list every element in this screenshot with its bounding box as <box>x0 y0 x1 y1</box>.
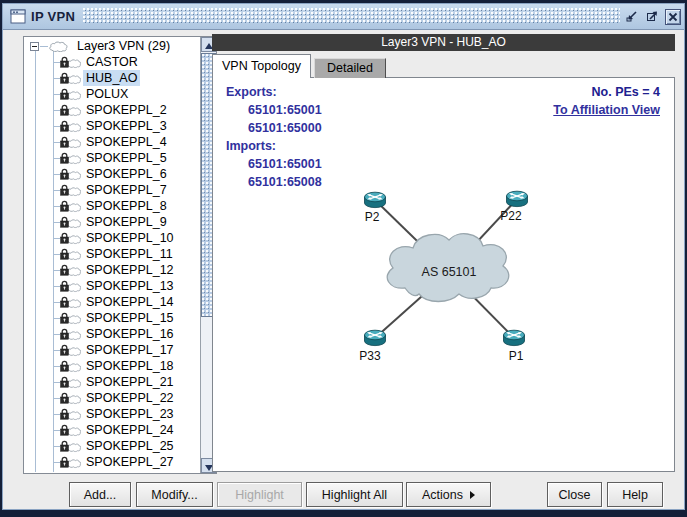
tree-item-label[interactable]: SPOKEPPL_11 <box>83 246 176 262</box>
tree-item-label[interactable]: SPOKEPPL_5 <box>83 150 170 166</box>
tree-item[interactable]: POLUX <box>24 86 199 102</box>
tree-item-label[interactable]: SPOKEPPL_14 <box>83 294 177 310</box>
router-label: P22 <box>500 209 522 223</box>
tree-item-label[interactable]: SPOKEPPL_12 <box>83 262 177 278</box>
tree-item[interactable]: HUB_AO <box>24 70 199 86</box>
tree-root-row[interactable]: Layer3 VPN (29) <box>24 38 199 54</box>
ip-vpn-window: IP VPN <box>0 0 687 517</box>
vpn-tree-panel: Layer3 VPN (29) CASTOR HUB <box>23 36 217 474</box>
tree-item[interactable]: SPOKEPPL_14 <box>24 294 199 310</box>
add-button[interactable]: Add... <box>69 482 131 507</box>
tree-item-label[interactable]: SPOKEPPL_16 <box>83 326 177 342</box>
tree-item[interactable]: CASTOR <box>24 54 199 70</box>
restore-down-icon[interactable] <box>624 9 640 25</box>
tree-item-label[interactable]: SPOKEPPL_15 <box>83 310 177 326</box>
panel-title: Layer3 VPN - HUB_AO <box>212 34 675 51</box>
tree-item-label[interactable]: SPOKEPPL_6 <box>83 166 170 182</box>
tree-item[interactable]: SPOKEPPL_24 <box>24 422 199 438</box>
highlight-all-button[interactable]: Highlight All <box>306 482 403 507</box>
tree-item[interactable]: SPOKEPPL_2 <box>24 102 199 118</box>
tree-item-label[interactable]: SPOKEPPL_25 <box>83 438 177 454</box>
router-icon-p33[interactable] <box>365 330 386 345</box>
tree-item[interactable]: SPOKEPPL_12 <box>24 262 199 278</box>
tree-item[interactable]: SPOKEPPL_9 <box>24 214 199 230</box>
tree-item[interactable]: SPOKEPPL_5 <box>24 150 199 166</box>
tree-item[interactable]: SPOKEPPL_13 <box>24 278 199 294</box>
tree-item[interactable]: SPOKEPPL_25 <box>24 438 199 454</box>
tree-item[interactable]: SPOKEPPL_10 <box>24 230 199 246</box>
tree-item-label[interactable]: SPOKEPPL_7 <box>83 182 170 198</box>
close-icon[interactable] <box>665 9 681 25</box>
router-label: P1 <box>509 349 524 363</box>
tree-item[interactable]: SPOKEPPL_4 <box>24 134 199 150</box>
router-icon-p22[interactable] <box>507 191 528 206</box>
modify-button[interactable]: Modify... <box>136 482 213 507</box>
tab-vpn-topology[interactable]: VPN Topology <box>212 54 311 78</box>
menu-arrow-icon <box>470 491 475 499</box>
tree-item[interactable]: SPOKEPPL_18 <box>24 358 199 374</box>
maximize-icon[interactable] <box>644 9 660 25</box>
tree-item-label[interactable]: SPOKEPPL_10 <box>83 230 177 246</box>
tree-item-label[interactable]: SPOKEPPL_4 <box>83 134 170 150</box>
window-frame: IP VPN <box>2 3 685 510</box>
actions-button[interactable]: Actions <box>406 482 491 507</box>
title-bar[interactable]: IP VPN <box>3 4 684 30</box>
help-button[interactable]: Help <box>607 482 663 507</box>
tree-item-label[interactable]: SPOKEPPL_2 <box>83 102 170 118</box>
tree-item[interactable]: SPOKEPPL_8 <box>24 198 199 214</box>
tree-item[interactable]: SPOKEPPL_23 <box>24 406 199 422</box>
tree-item-label[interactable]: HUB_AO <box>83 70 140 86</box>
router-icon-p2[interactable] <box>365 192 386 207</box>
tree-item[interactable]: SPOKEPPL_22 <box>24 390 199 406</box>
tree-item-label[interactable]: SPOKEPPL_27 <box>83 454 177 470</box>
close-button[interactable]: Close <box>547 482 602 507</box>
tree-item-label[interactable]: SPOKEPPL_28 <box>83 470 177 472</box>
tree-item[interactable]: SPOKEPPL_15 <box>24 310 199 326</box>
tree-item-label[interactable]: POLUX <box>83 86 131 102</box>
vpn-tree: Layer3 VPN (29) CASTOR HUB <box>24 38 199 472</box>
tree-item[interactable]: SPOKEPPL_3 <box>24 118 199 134</box>
window-icon <box>10 9 26 28</box>
highlight-button[interactable]: Highlight <box>217 482 302 507</box>
tree-item-label[interactable]: SPOKEPPL_9 <box>83 214 170 230</box>
tab-detailed[interactable]: Detailed <box>314 58 386 78</box>
window-title: IP VPN <box>31 9 75 24</box>
tree-item-label[interactable]: SPOKEPPL_17 <box>83 342 177 358</box>
tree-item-label[interactable]: SPOKEPPL_18 <box>83 358 177 374</box>
tree-item-label[interactable]: SPOKEPPL_8 <box>83 198 170 214</box>
tree-item[interactable]: SPOKEPPL_11 <box>24 246 199 262</box>
vpn-topology-content: Exports: 65101:6500165101:65000 Imports:… <box>212 77 675 472</box>
tree-item[interactable]: SPOKEPPL_7 <box>24 182 199 198</box>
tree-item[interactable]: SPOKEPPL_17 <box>24 342 199 358</box>
as-cloud-label: AS 65101 <box>422 265 477 279</box>
router-label: P2 <box>365 210 380 224</box>
tree-item[interactable]: SPOKEPPL_6 <box>24 166 199 182</box>
tree-root-label[interactable]: Layer3 VPN (29) <box>74 38 173 54</box>
titlebar-texture <box>83 8 620 24</box>
topology-diagram: AS 65101P2P22P33P1 <box>213 78 674 471</box>
collapse-toggle-icon[interactable] <box>30 42 39 51</box>
tree-item[interactable]: SPOKEPPL_27 <box>24 454 199 470</box>
tree-item-label[interactable]: SPOKEPPL_13 <box>83 278 177 294</box>
tree-item[interactable]: SPOKEPPL_16 <box>24 326 199 342</box>
tree-item-label[interactable]: SPOKEPPL_24 <box>83 422 177 438</box>
tree-item[interactable]: SPOKEPPL_28 <box>24 470 199 472</box>
tree-item-label[interactable]: SPOKEPPL_3 <box>83 118 170 134</box>
tree-item-label[interactable]: SPOKEPPL_21 <box>83 374 177 390</box>
as-cloud[interactable]: AS 65101 <box>387 234 509 302</box>
tree-item[interactable]: SPOKEPPL_21 <box>24 374 199 390</box>
router-icon-p1[interactable] <box>504 330 525 345</box>
tree-item-label[interactable]: SPOKEPPL_22 <box>83 390 177 406</box>
tree-item-label[interactable]: SPOKEPPL_23 <box>83 406 177 422</box>
router-label: P33 <box>359 349 381 363</box>
tree-item-label[interactable]: CASTOR <box>83 54 141 70</box>
